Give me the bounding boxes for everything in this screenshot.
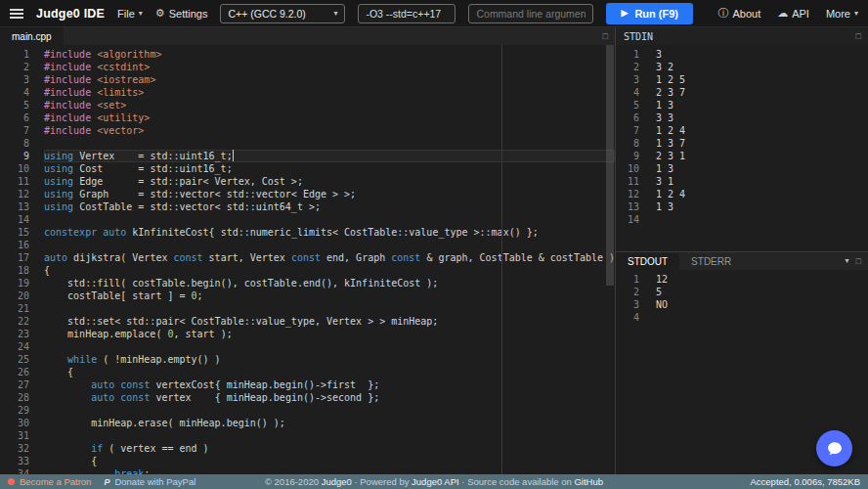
code-line[interactable]: 1 3 xyxy=(656,99,868,111)
code-line[interactable]: using Graph = std::vector< std::vector< … xyxy=(44,188,615,200)
code-line[interactable]: 3 1 xyxy=(656,175,868,188)
code-editor[interactable]: 1234567891011121314151617181920212223242… xyxy=(0,45,615,474)
code-line[interactable] xyxy=(44,404,615,417)
line-number: 10 xyxy=(616,162,639,175)
code-line[interactable]: minHeap.emplace( 0, start ); xyxy=(44,328,615,340)
code-line[interactable]: 1 2 5 xyxy=(656,73,868,86)
code-line[interactable]: auto const vertexCost{ minHeap.begin()->… xyxy=(44,378,615,391)
api-button[interactable]: ☁ API xyxy=(777,8,809,20)
hamburger-menu-icon[interactable] xyxy=(10,9,23,19)
line-number-gutter: 1234567891011121314151617181920212223242… xyxy=(0,48,37,474)
footer-text: · Source code available on xyxy=(459,476,575,487)
play-icon: ▶ xyxy=(621,9,628,18)
code-line[interactable] xyxy=(44,137,615,150)
become-patron-link[interactable]: Become a Patron xyxy=(20,476,91,487)
code-line[interactable]: #include <vector> xyxy=(44,124,615,137)
code-line[interactable]: break; xyxy=(44,467,615,474)
code-line[interactable]: #include <set> xyxy=(44,99,615,111)
line-number: 5 xyxy=(616,99,639,111)
code-line[interactable]: std::fill( costTable.begin(), costTable.… xyxy=(44,277,615,289)
line-number: 1 xyxy=(616,273,639,286)
code-line[interactable]: using CostTable = std::vector< std::uint… xyxy=(44,200,615,213)
code-line[interactable] xyxy=(656,213,868,226)
tab-stderr[interactable]: STDERR xyxy=(679,252,743,270)
tab-main-cpp[interactable]: main.cpp xyxy=(0,27,64,45)
line-number: 23 xyxy=(0,328,29,340)
line-number: 2 xyxy=(0,61,29,73)
scrollbar-slider[interactable] xyxy=(606,45,614,286)
code-line[interactable]: std::set< std::pair< CostTable::value_ty… xyxy=(44,315,615,328)
footer-link[interactable]: Judge0 xyxy=(322,476,352,487)
command-line-args-input[interactable] xyxy=(468,4,593,23)
code-line[interactable] xyxy=(44,429,615,442)
code-line[interactable]: costTable[ start ] = 0; xyxy=(44,289,615,302)
editor-scrollbar[interactable] xyxy=(605,45,615,474)
code-line[interactable]: 1 3 xyxy=(656,162,868,175)
settings-button[interactable]: ⚙ Settings xyxy=(155,8,208,20)
code-line[interactable]: using Edge = std::pair< Vertex, Cost >; xyxy=(44,175,615,188)
code-line[interactable]: 1 3 xyxy=(656,200,868,213)
line-number: 11 xyxy=(616,175,639,188)
chevron-down-icon: ▾ xyxy=(139,10,143,18)
line-number: 2 xyxy=(616,61,639,73)
code-line[interactable]: NO xyxy=(656,298,868,311)
footer-link[interactable]: GitHub xyxy=(574,476,603,487)
code-line[interactable]: while ( !minHeap.empty() ) xyxy=(44,353,615,366)
code-line[interactable]: minHeap.erase( minHeap.begin() ); xyxy=(44,417,615,429)
api-label: API xyxy=(792,8,809,20)
line-number: 29 xyxy=(0,404,29,417)
line-number: 13 xyxy=(0,200,29,213)
code-line[interactable] xyxy=(44,213,615,226)
statusbar-left: Become a Patron P Donate with PayPal xyxy=(8,476,195,487)
code-line[interactable]: { xyxy=(44,455,615,467)
compiler-options-input[interactable] xyxy=(358,4,456,23)
code-line[interactable]: #include <iostream> xyxy=(44,73,615,86)
language-select[interactable]: C++ (GCC 9.2.0) ▾ xyxy=(220,4,345,23)
code-line[interactable]: 1 2 4 xyxy=(656,124,868,137)
maximize-icon[interactable]: □ xyxy=(849,257,868,266)
code-line[interactable]: 3 3 xyxy=(656,111,868,124)
code-line[interactable]: #include <utility> xyxy=(44,111,615,124)
maximize-icon[interactable]: □ xyxy=(596,32,615,41)
line-number: 4 xyxy=(0,86,29,99)
code-content[interactable]: #include <algorithm>#include <cstdint>#i… xyxy=(37,48,615,474)
code-line[interactable]: { xyxy=(44,264,615,277)
code-line[interactable]: #include <cstdint> xyxy=(44,61,615,73)
run-button[interactable]: ▶ Run (F9) xyxy=(606,3,693,24)
line-number: 34 xyxy=(0,467,29,474)
line-number: 6 xyxy=(616,111,639,124)
text-cursor xyxy=(233,150,234,161)
code-line[interactable] xyxy=(44,340,615,353)
code-line[interactable]: using Vertex = std::uint16_t; xyxy=(44,150,615,162)
donate-paypal-link[interactable]: Donate with PayPal xyxy=(114,476,195,487)
code-line[interactable]: 1 3 7 xyxy=(656,137,868,150)
code-line[interactable]: #include <algorithm> xyxy=(44,48,615,61)
line-number: 12 xyxy=(0,188,29,200)
maximize-icon[interactable]: □ xyxy=(849,32,868,41)
chat-widget-button[interactable] xyxy=(816,430,852,467)
tab-stdout[interactable]: STDOUT xyxy=(616,252,679,270)
code-line[interactable]: 3 xyxy=(656,48,868,61)
code-line[interactable] xyxy=(44,302,615,315)
file-menu[interactable]: File ▾ xyxy=(117,8,143,20)
code-line[interactable]: #include <limits> xyxy=(44,86,615,99)
about-button[interactable]: ⓘ About xyxy=(717,8,760,20)
code-line[interactable]: 2 3 7 xyxy=(656,86,868,99)
code-line[interactable]: auto const vertex { minHeap.begin()->sec… xyxy=(44,391,615,404)
code-line[interactable] xyxy=(44,239,615,251)
stdin-content[interactable]: 33 21 2 52 3 71 33 31 2 41 3 72 3 11 33 … xyxy=(647,48,868,251)
code-line[interactable]: { xyxy=(44,366,615,378)
code-line[interactable] xyxy=(656,311,868,324)
code-line[interactable]: 2 3 1 xyxy=(656,150,868,162)
code-line[interactable]: 12 xyxy=(656,273,868,286)
code-line[interactable]: 3 2 xyxy=(656,61,868,73)
code-line[interactable]: 5 xyxy=(656,286,868,298)
code-line[interactable]: 1 2 4 xyxy=(656,188,868,200)
code-line[interactable]: auto dijkstra( Vertex const start, Verte… xyxy=(44,251,615,264)
code-line[interactable]: constexpr auto kInfiniteCost{ std::numer… xyxy=(44,226,615,239)
code-line[interactable]: if ( vertex == end ) xyxy=(44,442,615,455)
code-line[interactable]: using Cost = std::uint16_t; xyxy=(44,162,615,175)
more-menu[interactable]: More ▾ xyxy=(826,8,858,20)
stdin-editor[interactable]: 1234567891011121314 33 21 2 52 3 71 33 3… xyxy=(616,45,868,251)
footer-link[interactable]: Judge0 API xyxy=(412,476,459,487)
